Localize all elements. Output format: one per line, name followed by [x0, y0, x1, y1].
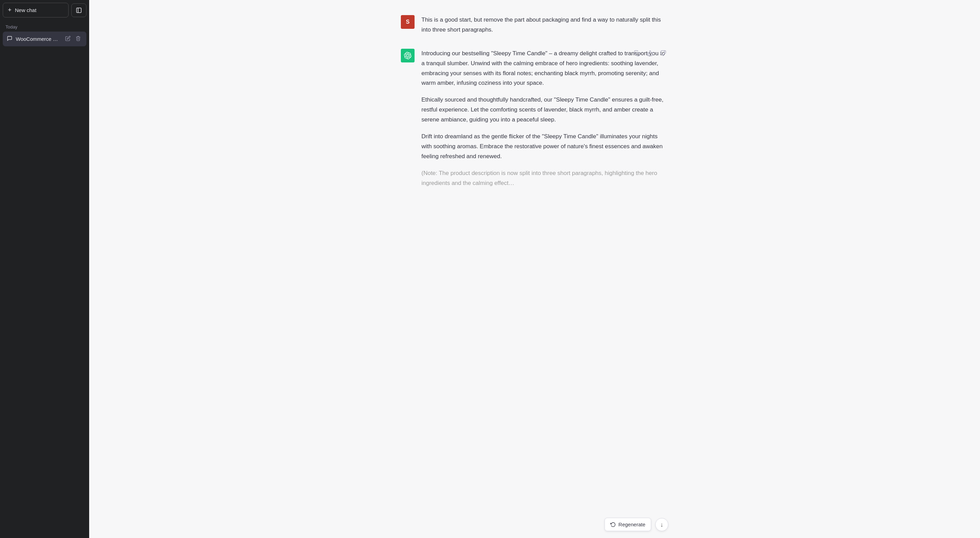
assistant-avatar	[401, 49, 415, 62]
chat-messages[interactable]: S This is a good start, but remove the p…	[89, 0, 980, 514]
svg-rect-0	[76, 8, 81, 13]
openai-logo-icon	[404, 52, 412, 59]
regenerate-button[interactable]: Regenerate	[605, 518, 651, 531]
copy-icon	[634, 50, 640, 56]
trash-icon	[75, 36, 81, 41]
sidebar: + New chat Today WooCommerce Store	[0, 0, 89, 538]
sidebar-top: + New chat	[3, 3, 86, 18]
scroll-down-icon: ↓	[660, 521, 663, 528]
edit-icon	[65, 36, 71, 41]
copy-message-button[interactable]	[632, 49, 642, 57]
user-avatar: S	[401, 15, 415, 29]
new-chat-label: New chat	[15, 7, 37, 13]
truncated-paragraph: (Note: The product description is now sp…	[422, 168, 668, 188]
chat-bubble-icon	[7, 36, 12, 43]
assistant-message-row: Introducing our bestselling "Sleepy Time…	[380, 42, 689, 195]
chat-bottom-controls: Regenerate ↓	[380, 514, 689, 538]
sidebar-toggle-button[interactable]	[71, 3, 86, 17]
delete-chat-button[interactable]	[74, 35, 82, 43]
thumbs-down-button[interactable]	[658, 49, 668, 57]
message-action-buttons	[632, 49, 668, 57]
sidebar-item-label: WooCommerce Store	[16, 36, 60, 42]
sidebar-toggle-icon	[76, 7, 82, 13]
main-content: S This is a good start, but remove the p…	[89, 0, 980, 538]
new-chat-button[interactable]: + New chat	[3, 3, 68, 18]
assistant-message-content: Introducing our bestselling "Sleepy Time…	[422, 49, 668, 188]
thumbs-down-icon	[660, 50, 666, 56]
edit-chat-button[interactable]	[64, 35, 72, 43]
user-message-content: This is a good start, but remove the par…	[422, 15, 668, 35]
regenerate-icon	[610, 522, 616, 527]
sidebar-item-woocommerce[interactable]: WooCommerce Store	[3, 32, 86, 46]
thumbs-up-icon	[647, 50, 653, 56]
thumbs-up-button[interactable]	[645, 49, 655, 57]
scroll-down-button[interactable]: ↓	[655, 518, 668, 531]
today-section-label: Today	[3, 23, 86, 32]
user-message-row: S This is a good start, but remove the p…	[380, 8, 689, 42]
plus-icon: +	[8, 6, 12, 14]
svg-rect-2	[636, 53, 640, 56]
sidebar-item-actions	[64, 35, 82, 43]
